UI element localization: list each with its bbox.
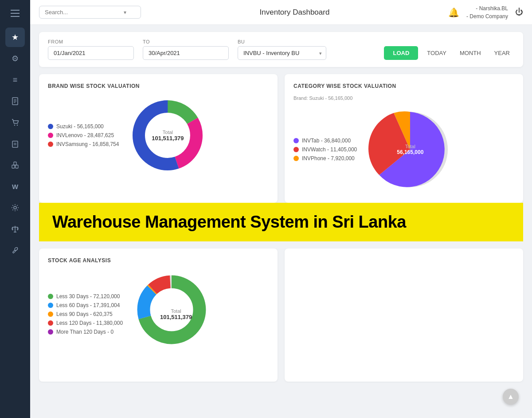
svg-rect-10	[16, 165, 18, 168]
to-label: TO	[143, 39, 229, 44]
from-date-input[interactable]	[48, 46, 134, 60]
bu-filter-group: BU INVBU - Inventory BU ▾	[238, 39, 326, 60]
svg-rect-6	[12, 141, 18, 147]
bu-label: BU	[238, 39, 326, 44]
sidebar-item-document[interactable]	[5, 91, 25, 111]
sidebar-item-cart[interactable]	[5, 113, 25, 132]
main-content: ▾ Inventory Dashboard 🔔 - Narshika.BL - …	[30, 0, 532, 418]
bu-select-wrap: INVBU - Inventory BU ▾	[238, 46, 326, 60]
brand-chart-panel: BRAND WISE STOCK VALUATION Suzuki - 56,1…	[39, 74, 278, 203]
hamburger-menu[interactable]	[7, 5, 23, 21]
search-input[interactable]	[45, 9, 120, 16]
sidebar-item-scale[interactable]	[5, 219, 25, 239]
year-button[interactable]: YEAR	[490, 46, 514, 60]
legend-item: INVWatch - 11,405,000	[293, 146, 357, 153]
legend-item: INVSamsung - 16,858,754	[48, 141, 119, 147]
legend-item: More Than 120 Days - 0	[48, 329, 123, 335]
brand-legend-dot-2	[48, 133, 53, 138]
search-container[interactable]: ▾	[39, 6, 141, 19]
age-legend-label-5: More Than 120 Days - 0	[56, 329, 113, 335]
legend-item: Less 120 Days - 11,380,000	[48, 320, 123, 326]
age-legend-dot-3	[48, 312, 53, 317]
sidebar-item-gear2[interactable]	[5, 198, 25, 217]
cat-legend-label-1: INVTab - 36,840,000	[302, 138, 351, 144]
to-filter-group: TO	[143, 39, 229, 60]
banner-text: Warehouse Management System in Sri Lanka	[52, 213, 510, 232]
user-name: - Narshika.BL	[476, 4, 508, 12]
load-button[interactable]: LOAD	[384, 46, 418, 60]
legend-item: INVTab - 36,840,000	[293, 138, 357, 144]
svg-rect-9	[12, 165, 15, 168]
category-chart-content: INVTab - 36,840,000 INVWatch - 11,405,00…	[293, 105, 514, 194]
user-info: - Narshika.BL - Demo Company	[466, 4, 508, 20]
sidebar-item-clipboard[interactable]	[5, 134, 25, 154]
cat-legend-dot-1	[293, 138, 299, 143]
legend-item: Less 60 Days - 17,391,004	[48, 302, 123, 308]
brand-legend-label-2: INVLenovo - 28,487,625	[56, 132, 114, 138]
from-filter-group: FROM	[48, 39, 134, 60]
sidebar-item-wrench[interactable]	[5, 241, 25, 260]
brand-legend-dot-1	[48, 124, 53, 129]
category-pie-chart: Total 56,165,000	[366, 105, 454, 194]
age-legend-dot-2	[48, 303, 53, 308]
today-button[interactable]: TODAY	[422, 46, 451, 60]
age-legend-dot-1	[48, 294, 53, 299]
content-area: FROM TO BU INVBU - Inventory BU ▾ LOAD T…	[30, 25, 532, 418]
legend-item: INVPhone - 7,920,000	[293, 155, 357, 162]
bell-icon[interactable]: 🔔	[448, 7, 459, 18]
brand-chart-title: BRAND WISE STOCK VALUATION	[48, 83, 269, 89]
svg-rect-11	[14, 162, 16, 165]
sidebar-item-list[interactable]: ≡	[5, 70, 25, 90]
age-legend-label-1: Less 30 Days - 72,120,000	[56, 293, 120, 300]
cat-legend-dot-3	[293, 156, 299, 161]
search-dropdown-icon[interactable]: ▾	[124, 9, 126, 16]
from-label: FROM	[48, 39, 134, 44]
company-name: - Demo Company	[466, 12, 508, 20]
cat-legend-label-3: INVPhone - 7,920,000	[302, 155, 355, 162]
age-legend-dot-4	[48, 320, 53, 326]
age-legend-dot-5	[48, 329, 53, 335]
legend-item: Less 30 Days - 72,120,000	[48, 293, 123, 300]
month-button[interactable]: MONTH	[455, 46, 485, 60]
age-legend-label-2: Less 60 Days - 17,391,004	[56, 302, 120, 308]
category-chart-panel: CATEGORY WISE STOCK VALUATION Brand: Suz…	[285, 74, 523, 203]
cat-legend-dot-2	[293, 147, 299, 152]
filter-actions: LOAD TODAY MONTH YEAR	[384, 46, 514, 60]
brand-chart-content: Suzuki - 56,165,000 INVLenovo - 28,487,6…	[48, 95, 269, 175]
topbar-right: 🔔 - Narshika.BL - Demo Company ⏻	[448, 4, 523, 20]
sidebar-item-w[interactable]: W	[5, 177, 25, 196]
brand-legend-label-1: Suzuki - 56,165,000	[56, 123, 104, 130]
empty-panel	[285, 248, 523, 382]
stock-age-title: STOCK AGE ANALYSIS	[48, 257, 269, 264]
sidebar-item-star[interactable]: ★	[5, 28, 25, 47]
svg-point-5	[17, 125, 18, 126]
brand-legend: Suzuki - 56,165,000 INVLenovo - 28,487,6…	[48, 123, 119, 147]
svg-point-12	[14, 206, 16, 209]
stock-age-donut-chart: Total 101,511,379	[132, 270, 220, 359]
stock-age-content: Less 30 Days - 72,120,000 Less 60 Days -…	[48, 270, 269, 359]
topbar: ▾ Inventory Dashboard 🔔 - Narshika.BL - …	[30, 0, 532, 25]
scroll-to-top-button[interactable]: ▲	[503, 389, 519, 405]
sidebar-item-settings[interactable]: ⚙	[5, 49, 25, 68]
stock-age-legend: Less 30 Days - 72,120,000 Less 60 Days -…	[48, 293, 123, 335]
category-legend: INVTab - 36,840,000 INVWatch - 11,405,00…	[293, 138, 357, 162]
banner-overlay: Warehouse Management System in Sri Lanka	[39, 203, 523, 241]
to-date-input[interactable]	[143, 46, 229, 60]
page-title: Inventory Dashboard	[141, 8, 448, 17]
legend-item: INVLenovo - 28,487,625	[48, 132, 119, 138]
filter-bar: FROM TO BU INVBU - Inventory BU ▾ LOAD T…	[39, 32, 523, 67]
age-legend-label-4: Less 120 Days - 11,380,000	[56, 320, 123, 326]
brand-legend-label-3: INVSamsung - 16,858,754	[56, 141, 119, 147]
stock-age-panel: STOCK AGE ANALYSIS Less 30 Days - 72,120…	[39, 248, 278, 382]
charts-row-1: BRAND WISE STOCK VALUATION Suzuki - 56,1…	[39, 74, 523, 203]
bu-select[interactable]: INVBU - Inventory BU	[238, 46, 326, 60]
cat-legend-label-2: INVWatch - 11,405,000	[302, 146, 357, 153]
legend-item: Less 90 Days - 620,375	[48, 311, 123, 317]
svg-point-4	[14, 125, 15, 126]
age-legend-label-3: Less 90 Days - 620,375	[56, 311, 113, 317]
legend-item: Suzuki - 56,165,000	[48, 123, 119, 130]
power-icon[interactable]: ⏻	[515, 8, 523, 17]
category-subtitle: Brand: Suzuki - 56,165,000	[293, 95, 514, 101]
brand-donut-chart: Total 101,511,379	[128, 95, 207, 175]
sidebar-item-boxes[interactable]	[5, 155, 25, 175]
